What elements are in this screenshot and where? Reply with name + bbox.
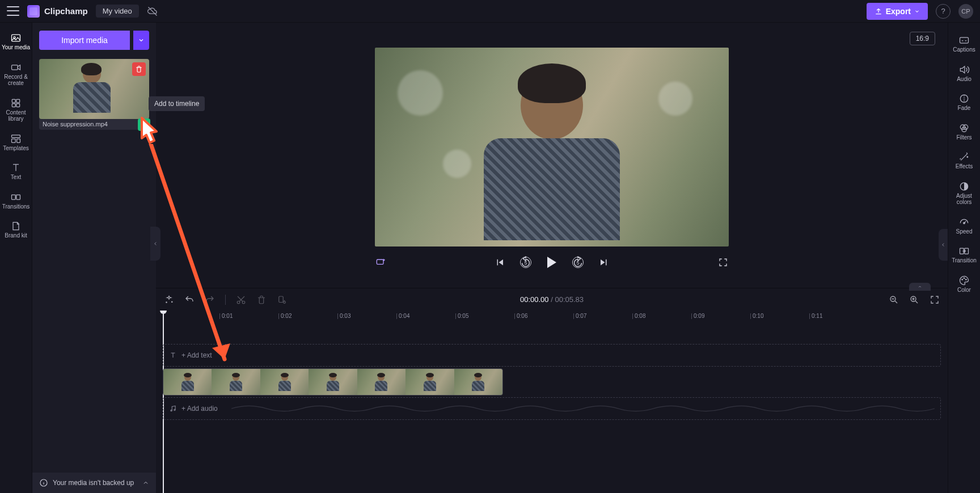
split-button[interactable]	[277, 295, 287, 305]
svg-rect-12	[16, 194, 20, 199]
preview-area: 16:9 5	[156, 23, 948, 288]
upload-icon	[875, 7, 882, 15]
svg-rect-4	[12, 99, 15, 103]
prop-audio[interactable]: Audio	[948, 59, 980, 88]
prop-fade[interactable]: Fade	[948, 88, 980, 117]
nav-content-library[interactable]: Content library	[0, 92, 32, 128]
ruler-tick: 0:09	[694, 313, 704, 319]
media-filename: Noise suppression.mp4	[39, 118, 149, 130]
brand-icon	[10, 220, 22, 232]
nav-templates[interactable]: Templates	[0, 128, 32, 158]
nav-your-media[interactable]: Your media	[0, 27, 32, 57]
timeline-ruler[interactable]: 0:010:020:030:040:050:060:070:080:090:10…	[156, 311, 948, 325]
clip-frame	[212, 369, 260, 395]
seek-end-button[interactable]	[598, 257, 610, 268]
timeline[interactable]: 0:010:020:030:040:050:060:070:080:090:10…	[156, 311, 948, 493]
chevron-down-icon	[914, 8, 920, 14]
prop-adjust-colors[interactable]: Adjust colors	[948, 176, 980, 211]
templates-icon	[10, 133, 22, 144]
svg-rect-25	[960, 37, 969, 43]
ruler-tick: 0:11	[812, 313, 822, 319]
media-thumbnail[interactable]: Noise suppression.mp4	[39, 59, 149, 130]
svg-point-15	[172, 301, 173, 303]
clip-frame	[454, 369, 502, 395]
prop-color[interactable]: Color	[948, 270, 980, 299]
media-icon	[10, 32, 22, 44]
text-track[interactable]: + Add text	[163, 344, 941, 367]
play-button[interactable]	[546, 257, 557, 268]
text-icon	[169, 351, 177, 359]
audio-track[interactable]: + Add audio	[163, 397, 941, 420]
right-properties-nav: Captions Audio Fade Filters Effects Adju…	[948, 23, 980, 493]
info-icon	[39, 478, 48, 487]
export-button[interactable]: Export	[867, 3, 928, 20]
add-to-timeline-button[interactable]	[138, 118, 150, 131]
zoom-fit-button[interactable]	[930, 295, 940, 305]
backup-status-bar[interactable]: Your media isn't backed up	[32, 473, 156, 493]
prop-filters[interactable]: Filters	[948, 117, 980, 147]
aspect-ratio-selector[interactable]: 16:9	[910, 32, 935, 45]
svg-point-30	[967, 156, 968, 158]
svg-point-35	[962, 279, 963, 280]
menu-button[interactable]	[7, 5, 19, 18]
center-area: 16:9 5	[156, 23, 948, 493]
video-clip[interactable]	[163, 368, 503, 396]
waveform	[231, 402, 935, 415]
delete-media-button[interactable]	[132, 62, 146, 76]
library-icon	[10, 97, 22, 109]
svg-rect-3	[12, 65, 18, 69]
titlebar: Clipchamp My video Export ? CP	[0, 0, 980, 23]
zoom-out-button[interactable]	[889, 295, 899, 305]
help-button[interactable]: ?	[936, 4, 951, 19]
video-track[interactable]	[163, 368, 941, 396]
fullscreen-icon	[718, 257, 728, 267]
prop-captions[interactable]: Captions	[948, 29, 980, 59]
prop-effects[interactable]: Effects	[948, 146, 980, 176]
playback-controls: 5 5	[375, 257, 729, 268]
prop-transition[interactable]: Transition	[948, 240, 980, 270]
expand-timeline-handle[interactable]	[909, 283, 931, 291]
zoom-in-button[interactable]	[909, 295, 919, 305]
ruler-tick: 0:07	[576, 313, 586, 319]
ruler-tick: 0:02	[281, 313, 292, 319]
svg-rect-5	[16, 99, 20, 103]
fullscreen-button[interactable]	[717, 257, 729, 268]
svg-rect-8	[12, 135, 20, 137]
svg-point-23	[171, 410, 172, 411]
video-preview[interactable]	[375, 48, 729, 246]
svg-rect-11	[12, 194, 16, 199]
auto-compose-button[interactable]	[375, 257, 386, 268]
speaker-icon	[958, 64, 970, 75]
undo-button[interactable]	[184, 295, 195, 305]
svg-rect-7	[16, 103, 20, 107]
nav-text[interactable]: Text	[0, 157, 32, 186]
sparkle-icon	[375, 257, 386, 268]
user-avatar[interactable]: CP	[958, 4, 973, 19]
cloud-off-icon[interactable]	[147, 6, 158, 17]
nav-brand-kit[interactable]: Brand kit	[0, 215, 32, 245]
svg-rect-9	[12, 139, 16, 143]
collapse-right-panel[interactable]	[939, 229, 948, 261]
filters-icon	[958, 122, 970, 134]
clip-frame	[163, 369, 212, 395]
redo-button[interactable]	[205, 295, 215, 305]
project-name-chip[interactable]: My video	[96, 5, 139, 18]
import-media-dropdown[interactable]	[133, 31, 149, 50]
ruler-tick: 0:01	[222, 313, 233, 319]
cut-button[interactable]	[236, 295, 246, 305]
seek-start-button[interactable]	[494, 257, 505, 268]
add-audio-label: + Add audio	[181, 405, 218, 413]
clipchamp-logo-icon	[27, 5, 40, 18]
import-media-button[interactable]: Import media	[39, 31, 130, 50]
clip-frame	[260, 369, 309, 395]
wand-icon	[958, 151, 970, 163]
nav-record-create[interactable]: Record & create	[0, 57, 32, 92]
auto-tool[interactable]	[164, 295, 174, 305]
skip-forward-button[interactable]: 5	[572, 257, 584, 268]
skip-back-button[interactable]: 5	[520, 257, 531, 268]
delete-button[interactable]	[256, 295, 267, 305]
captions-icon	[958, 35, 970, 46]
trash-icon	[135, 65, 143, 73]
prop-speed[interactable]: Speed	[948, 211, 980, 241]
nav-transitions[interactable]: Transitions	[0, 186, 32, 216]
